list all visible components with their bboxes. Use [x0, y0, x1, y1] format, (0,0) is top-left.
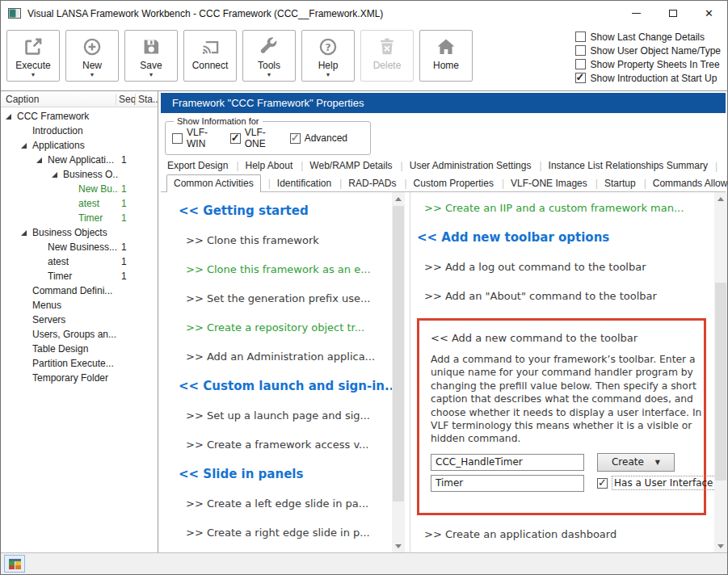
tree-row[interactable]: Business Objects	[1, 225, 158, 240]
activity-link[interactable]: >> Create a left edge slide in pa...	[179, 497, 392, 510]
show-info-checkbox[interactable]: VLF-ONE	[230, 127, 274, 149]
activity-link[interactable]: << Slide in panels	[179, 467, 392, 481]
tab[interactable]: Custom Properties	[397, 176, 494, 191]
checkbox-icon	[575, 31, 586, 42]
toolbar-button[interactable]: Execute ▼	[6, 30, 60, 82]
activity-link[interactable]: >> Add a log out command to the toolbar	[417, 260, 714, 274]
activity-link[interactable]: << Getting started	[179, 204, 392, 218]
scrollbar-thumb[interactable]	[393, 206, 404, 502]
activity-link[interactable]: >> Create an IIP and a custom framework …	[417, 201, 714, 215]
activity-link[interactable]: >> Add an "About" command to the toolbar	[417, 289, 714, 303]
toolbar-button[interactable]: Save ▼	[124, 30, 178, 82]
activity-link[interactable]: >> Create a framework access v...	[179, 438, 392, 451]
activity-link[interactable]: >> Add an Administration applica...	[179, 350, 392, 363]
expand-arrow-icon[interactable]	[36, 157, 48, 163]
create-button[interactable]: Create ▼	[597, 453, 675, 472]
seq-value: 1	[119, 271, 138, 282]
tree-row[interactable]: Timer 1	[1, 211, 158, 225]
minimize-button[interactable]	[618, 1, 654, 26]
tab[interactable]: Instance List Relationships Summary	[532, 158, 709, 174]
tree-row[interactable]: CCC Framework	[1, 109, 158, 124]
app-window: Visual LANSA Framework Workbench - CCC F…	[0, 0, 728, 575]
activity-link[interactable]: >> Clone this framework	[179, 233, 392, 247]
tree-row[interactable]: Introduction	[1, 124, 158, 138]
tree-row[interactable]: Timer 1	[1, 269, 158, 283]
tab[interactable]: Help About	[229, 158, 293, 174]
tree-row[interactable]: Partition Execute...	[1, 356, 158, 371]
framework-status-button[interactable]	[4, 555, 25, 573]
framework-grid-icon	[9, 559, 21, 569]
activity-link[interactable]: >> Clone this framework as an e...	[179, 262, 392, 276]
maximize-button[interactable]	[654, 1, 691, 26]
tree-row[interactable]: Table Design	[1, 342, 158, 356]
expand-arrow-icon[interactable]	[52, 172, 63, 178]
tab[interactable]: Commands Allowed	[637, 176, 728, 191]
activity-link[interactable]: >> Create a repository object tr...	[179, 321, 392, 334]
toolbar-button[interactable]: Connect ▼	[183, 30, 237, 82]
properties-title: Framework "CCC Framework" Properties	[172, 97, 364, 109]
toolbar-button[interactable]: Delete ▼	[360, 30, 414, 82]
toolbar-button[interactable]: ? Help ▼	[301, 30, 355, 82]
column-header-seq[interactable]: Seq	[116, 94, 135, 105]
has-user-interface-checkbox[interactable]: Has a User Interface	[597, 476, 714, 489]
tab[interactable]: Identification	[261, 176, 333, 191]
activity-link[interactable]: >> Create an application dashboard	[417, 527, 714, 541]
right-column-scrollbar[interactable]	[714, 192, 727, 552]
column-header-sta[interactable]: Sta..	[135, 94, 158, 105]
activity-link[interactable]: >> Set up a launch page and sig...	[179, 409, 392, 422]
tab[interactable]: Startup	[588, 176, 637, 191]
activity-link[interactable]: >> Set the generation prefix use...	[179, 292, 392, 305]
show-info-checkbox[interactable]: Advanced	[290, 127, 347, 149]
tab[interactable]: RAD-PADs	[332, 176, 397, 191]
tree-row[interactable]: New Business... 1	[1, 240, 158, 254]
tree-row[interactable]: Servers	[1, 313, 158, 327]
tab[interactable]: User Administration Settings	[393, 158, 532, 174]
view-option-checkbox[interactable]: Show Last Change Details	[575, 30, 721, 44]
view-option-checkbox[interactable]: Show Introduction at Start Up	[575, 71, 721, 85]
command-handler-name-input[interactable]	[431, 454, 584, 471]
properties-panel: Framework "CCC Framework" Properties Sho…	[161, 91, 727, 552]
expand-arrow-icon[interactable]	[21, 230, 32, 236]
toolbar-button[interactable]: New ▼	[65, 30, 119, 82]
activity-link[interactable]: << Add new toolbar options	[417, 230, 714, 245]
tab[interactable]: Web/RAMP Details	[293, 158, 393, 174]
tree-row[interactable]: New Bu... 1	[1, 182, 158, 196]
toolbar-button[interactable]: Home ▼	[419, 30, 473, 82]
view-option-checkbox[interactable]: Show User Object Name/Type	[575, 44, 721, 57]
add-command-title[interactable]: << Add a new command to the toolbar	[431, 332, 692, 344]
view-option-checkbox[interactable]: Show Property Sheets In Tree	[575, 57, 721, 71]
new-icon	[82, 35, 103, 59]
tree-row[interactable]: atest 1	[1, 254, 158, 269]
dropdown-caret-icon: ▼	[267, 73, 272, 78]
left-column-scrollbar[interactable]	[392, 192, 405, 552]
tree-row[interactable]: Temporary Folder	[1, 371, 158, 385]
activity-link[interactable]: << Custom launch and sign-in...	[179, 379, 392, 393]
tab[interactable]: Common Activities	[166, 174, 261, 192]
tab[interactable]: VLF-ONE Images	[494, 176, 588, 191]
expand-arrow-icon[interactable]	[21, 143, 32, 149]
toolbar-button[interactable]: Tools ▼	[242, 30, 296, 82]
column-header-caption[interactable]: Caption	[1, 94, 116, 105]
scrollbar-thumb[interactable]	[715, 283, 726, 481]
tree-row[interactable]: atest 1	[1, 196, 158, 211]
checkbox-icon	[172, 133, 183, 144]
tree-row[interactable]: Menus	[1, 298, 158, 313]
tree-row[interactable]: Business O...	[1, 167, 158, 182]
close-button[interactable]: ✕	[691, 1, 727, 26]
scroll-down-icon[interactable]	[392, 539, 405, 552]
command-caption-input[interactable]	[431, 475, 584, 492]
tree-row[interactable]: Command Defini...	[1, 283, 158, 298]
scroll-up-icon[interactable]	[392, 192, 405, 205]
scroll-down-icon[interactable]	[714, 539, 727, 552]
add-command-description: Add a command to your framework’s toolba…	[431, 353, 704, 446]
tree-row[interactable]: New Applicati... 1	[1, 153, 158, 167]
activity-link[interactable]: >> Create a right edge slide in p...	[179, 526, 392, 539]
scroll-up-icon[interactable]	[714, 192, 727, 205]
add-command-form: Create ▼ Has a User Interface	[431, 453, 692, 492]
tree-row[interactable]: Applications	[1, 138, 158, 153]
tree-row[interactable]: Users, Groups an...	[1, 327, 158, 342]
checkbox-icon	[290, 133, 301, 144]
tab[interactable]: Export Design	[166, 158, 229, 174]
show-info-checkbox[interactable]: VLF-WIN	[172, 127, 214, 149]
expand-arrow-icon[interactable]	[6, 114, 17, 120]
